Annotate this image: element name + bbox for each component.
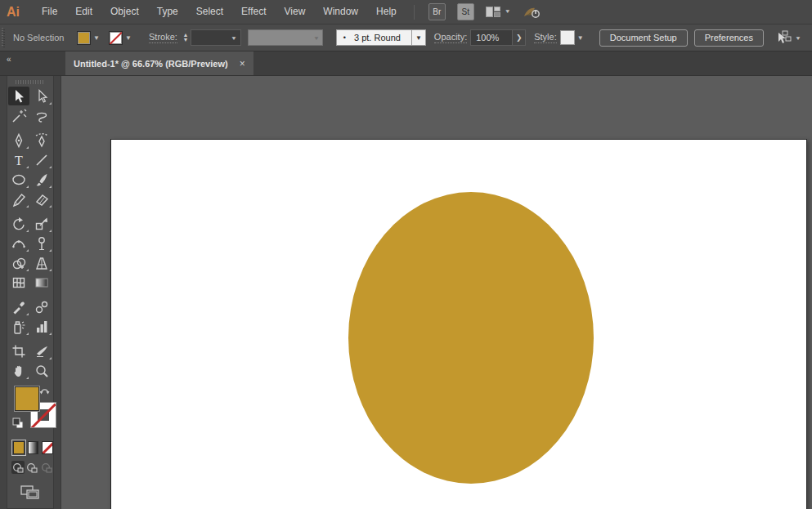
tools-panel-grip[interactable] <box>16 78 45 85</box>
canvas-area[interactable] <box>61 76 812 509</box>
fill-color-control[interactable]: ▼ <box>77 31 102 45</box>
brush-definition-dropdown[interactable]: • 3 pt. Round ▼ <box>336 29 426 46</box>
rotate-tool[interactable] <box>8 214 29 233</box>
zoom-tool[interactable] <box>31 361 52 380</box>
curvature-tool[interactable] <box>31 131 52 150</box>
pen-tool-icon <box>11 132 27 149</box>
scale-tool[interactable] <box>31 214 52 233</box>
eyedropper-tool[interactable] <box>8 297 29 316</box>
ellipse-tool[interactable] <box>8 170 29 189</box>
swap-fill-stroke-icon[interactable] <box>39 386 50 398</box>
menu-item-edit[interactable]: Edit <box>66 0 101 24</box>
menu-item-object[interactable]: Object <box>101 0 148 24</box>
menu-item-effect[interactable]: Effect <box>232 0 275 24</box>
select-similar-control[interactable]: ▼ <box>775 30 801 45</box>
lasso-tool[interactable] <box>31 106 52 125</box>
perspective-grid-tool[interactable] <box>31 253 52 272</box>
menu-item-help[interactable]: Help <box>367 0 406 24</box>
document-tab[interactable]: Untitled-1* @ 66.67% (RGB/Preview) × <box>65 51 253 75</box>
menu-item-file[interactable]: File <box>33 0 66 24</box>
chevron-down-icon[interactable]: ▼ <box>123 31 134 45</box>
chevron-down-icon: ▼ <box>227 34 240 40</box>
magic-wand-tool[interactable] <box>8 106 29 125</box>
paintbrush-tool[interactable] <box>31 170 52 189</box>
opacity-expand-button[interactable]: ❯ <box>513 29 526 46</box>
chevron-down-icon[interactable]: ▼ <box>91 31 102 45</box>
type-tool[interactable]: T <box>8 150 29 169</box>
stroke-weight-stepper[interactable]: ▲▼ <box>181 29 191 46</box>
column-graph-tool[interactable] <box>31 317 52 336</box>
artboard[interactable] <box>110 139 807 509</box>
rotate-tool-icon <box>11 216 27 232</box>
gold-ellipse-shape[interactable] <box>348 192 594 484</box>
free-transform-tool-icon <box>34 235 50 252</box>
free-transform-tool[interactable] <box>31 234 52 252</box>
opacity-label[interactable]: Opacity: <box>434 32 467 43</box>
chevron-down-icon[interactable]: ▼ <box>411 29 426 46</box>
artboard-tool[interactable] <box>8 342 29 360</box>
column-graph-tool-icon <box>34 319 50 335</box>
shape-builder-tool-icon <box>11 255 27 271</box>
document-setup-button[interactable]: Document Setup <box>599 29 688 47</box>
screen-mode-icon <box>20 485 40 500</box>
cc-sync-icon[interactable] <box>523 3 541 20</box>
stroke-weight-label[interactable]: Stroke: <box>149 32 177 43</box>
slice-tool[interactable] <box>31 342 52 360</box>
gradient-tool-icon <box>34 275 50 291</box>
menu-item-window[interactable]: Window <box>314 0 367 24</box>
control-bar: No Selection ▼ ▼ Stroke: ▲▼ ▼ ▼ • 3 pt. … <box>0 24 812 51</box>
selection-tool[interactable] <box>8 87 29 105</box>
color-button[interactable] <box>13 441 25 454</box>
tool-group <box>7 87 53 125</box>
none-button[interactable] <box>42 441 53 454</box>
collapse-panels-button[interactable]: « <box>0 51 61 75</box>
draw-normal-mode-icon <box>12 462 24 473</box>
pencil-tool[interactable] <box>8 190 29 208</box>
curvature-tool-icon <box>34 132 50 149</box>
symbol-sprayer-tool[interactable] <box>8 317 29 336</box>
menu-item-select[interactable]: Select <box>187 0 232 24</box>
direct-selection-tool[interactable] <box>31 87 52 105</box>
stroke-none-swatch[interactable] <box>109 31 123 45</box>
close-icon[interactable]: × <box>240 58 245 69</box>
draw-inside-mode[interactable] <box>40 461 53 474</box>
chevron-down-icon[interactable]: ▼ <box>575 31 586 45</box>
line-segment-tool[interactable] <box>31 150 52 169</box>
ellipse-tool-icon <box>11 172 27 188</box>
draw-inside-mode-icon <box>41 462 52 473</box>
stock-icon[interactable]: St <box>457 3 474 20</box>
shape-builder-tool[interactable] <box>8 253 29 272</box>
flyout-indicator <box>26 249 29 252</box>
screen-mode-button[interactable] <box>7 485 53 500</box>
blend-tool[interactable] <box>31 297 52 316</box>
mesh-tool[interactable] <box>8 273 29 292</box>
panel-grip[interactable] <box>2 28 6 47</box>
left-dock: T <box>0 76 61 509</box>
menu-item-type[interactable]: Type <box>148 0 187 24</box>
workspace-switcher-icon[interactable]: ▼ <box>486 3 511 20</box>
appearance-buttons <box>7 441 53 454</box>
menu-item-view[interactable]: View <box>276 0 315 24</box>
opacity-input[interactable]: 100% <box>470 29 513 46</box>
bridge-icon[interactable]: Br <box>428 3 446 20</box>
preferences-button[interactable]: Preferences <box>694 29 764 47</box>
gradient-button[interactable] <box>28 441 39 454</box>
default-fill-stroke-icon[interactable] <box>12 417 24 431</box>
draw-behind-mode[interactable] <box>25 461 38 474</box>
flyout-indicator <box>49 205 52 208</box>
gradient-tool[interactable] <box>31 273 52 292</box>
flyout-indicator <box>49 230 52 232</box>
draw-normal-mode[interactable] <box>11 461 25 474</box>
chevron-down-icon: ▼ <box>311 34 322 40</box>
eraser-tool[interactable] <box>31 190 52 208</box>
fill-swatch[interactable] <box>77 31 91 45</box>
chevron-down-icon: ▼ <box>795 34 801 40</box>
width-tool[interactable] <box>8 234 29 252</box>
hand-tool[interactable] <box>8 361 29 380</box>
fill-indicator[interactable] <box>14 386 40 412</box>
graphic-style-swatch[interactable] <box>560 30 575 45</box>
stroke-color-control[interactable]: ▼ <box>109 31 134 45</box>
pen-tool[interactable] <box>8 131 29 150</box>
style-label[interactable]: Style: <box>534 32 557 43</box>
stroke-weight-dropdown[interactable]: ▼ <box>191 29 241 46</box>
